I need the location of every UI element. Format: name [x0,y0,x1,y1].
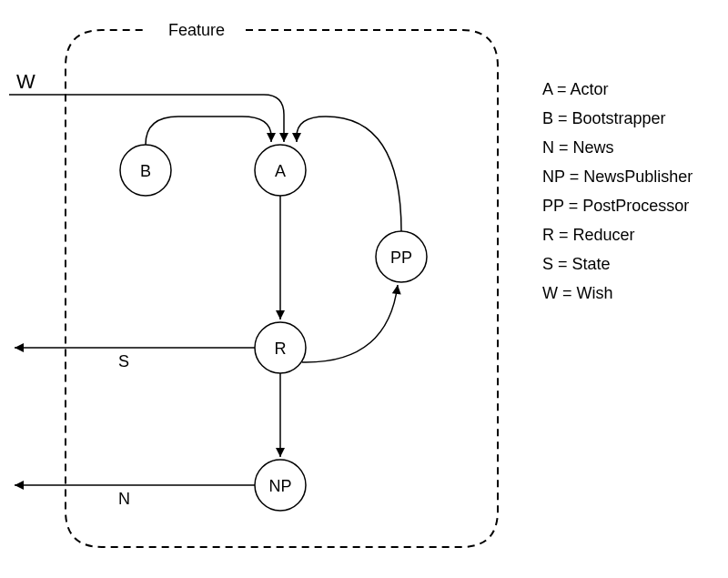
output-S-label: S [118,352,129,370]
legend-abbr: S [542,255,553,273]
legend-desc: News [573,138,614,157]
legend-item: PP = PostProcessor [542,191,693,220]
edge-R-to-PP [302,285,398,362]
legend-item: S = State [542,249,693,279]
legend-item: A = Actor [542,75,693,104]
input-W: W [9,70,284,142]
output-N: N [15,485,255,508]
legend-abbr: PP [542,197,564,215]
legend-desc: PostProcessor [582,197,689,215]
node-A: A [255,145,306,196]
legend-item: W = Wish [542,279,693,308]
input-W-label: W [16,70,35,93]
legend-desc: Bootstrapper [572,109,666,127]
legend-desc: NewsPublisher [583,167,693,186]
feature-title: Feature [168,21,225,39]
node-A-label: A [275,162,286,180]
legend-desc: Wish [577,284,613,302]
legend-desc: Reducer [573,226,635,244]
legend-item: R = Reducer [542,220,693,249]
legend-abbr: W [542,284,558,302]
node-NP-label: NP [268,477,291,495]
node-PP-label: PP [390,248,412,267]
legend-abbr: B [542,109,553,127]
output-S: S [15,348,255,370]
legend-item: NP = NewsPublisher [542,162,693,191]
legend-abbr: NP [542,167,565,186]
node-B: B [120,145,171,196]
legend-abbr: N [542,138,554,157]
node-R-label: R [275,340,287,358]
legend-abbr: R [542,226,554,244]
output-N-label: N [118,490,130,508]
legend-desc: State [572,255,611,273]
diagram-stage: Feature B A PP R NP W [0,0,728,578]
legend-item: B = Bootstrapper [542,104,693,133]
node-NP: NP [255,460,306,511]
edge-PP-to-A [297,117,401,231]
node-PP: PP [376,231,427,282]
node-B-label: B [140,162,151,180]
legend: A = Actor B = Bootstrapper N = News NP =… [542,75,693,308]
edge-B-to-A [146,117,271,145]
legend-abbr: A [542,80,552,98]
node-R: R [255,322,306,373]
legend-desc: Actor [571,80,609,98]
legend-item: N = News [542,133,693,162]
